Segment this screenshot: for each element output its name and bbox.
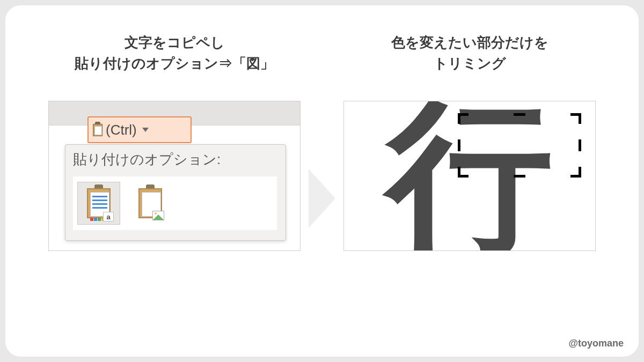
right-heading-line1: 色を変えたい部分だけを — [391, 34, 548, 50]
crop-handle-top[interactable] — [514, 113, 525, 116]
ctrl-label: (Ctrl) — [106, 122, 137, 138]
image-thumb-icon — [152, 211, 164, 220]
right-heading: 色を変えたい部分だけを トリミング — [391, 32, 548, 74]
paste-ctrl-button[interactable]: (Ctrl) — [87, 116, 192, 143]
crop-handle-bl[interactable] — [458, 167, 469, 178]
paste-keep-source-formatting-button[interactable]: a — [77, 182, 120, 225]
clipboard-text-icon: a — [86, 187, 112, 219]
arrow-right-icon — [309, 169, 335, 228]
paste-options-screenshot: (Ctrl) 貼り付けのオプション: — [48, 101, 301, 251]
paste-options-row: a — [73, 176, 277, 230]
crop-selection[interactable] — [458, 113, 581, 178]
tutorial-card: 文字をコピペし 貼り付けのオプション⇒「図」 (Ctrl) 貼り付けのオプション… — [5, 5, 639, 357]
clipboard-icon — [93, 123, 103, 136]
watermark: @toyomane — [568, 338, 624, 349]
left-heading-line2: 貼り付けのオプション⇒「図」 — [75, 55, 274, 71]
clipboard-picture-icon — [137, 187, 163, 219]
left-heading: 文字をコピペし 貼り付けのオプション⇒「図」 — [75, 32, 274, 74]
paste-as-picture-button[interactable] — [129, 182, 172, 225]
left-heading-line1: 文字をコピペし — [125, 34, 225, 50]
glyph-wrap: 行 — [344, 101, 595, 250]
chevron-down-icon — [142, 128, 149, 132]
crop-handle-left[interactable] — [458, 139, 460, 151]
crop-screenshot: 行 — [343, 101, 596, 251]
crop-handle-tl[interactable] — [458, 113, 469, 124]
paste-options-popup: 貼り付けのオプション: — [65, 144, 286, 241]
crop-handle-bottom[interactable] — [514, 175, 525, 178]
crop-handle-right[interactable] — [579, 139, 581, 151]
letter-badge: a — [103, 212, 114, 221]
right-heading-line2: トリミング — [434, 55, 506, 71]
popup-title: 貼り付けのオプション: — [73, 150, 278, 169]
crop-handle-tr[interactable] — [570, 113, 581, 124]
right-column: 色を変えたい部分だけを トリミング 行 — [333, 32, 606, 330]
left-column: 文字をコピペし 貼り付けのオプション⇒「図」 (Ctrl) 貼り付けのオプション… — [38, 32, 311, 330]
crop-handle-br[interactable] — [570, 167, 581, 178]
